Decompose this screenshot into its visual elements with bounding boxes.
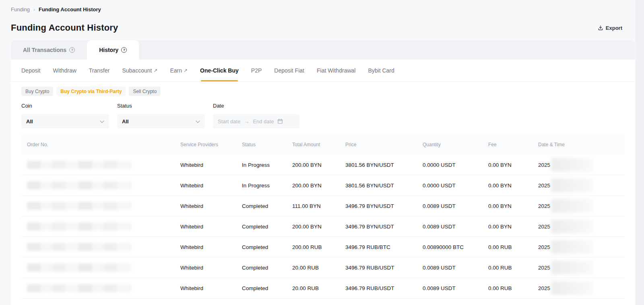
date-year: 2025: [538, 285, 550, 291]
column-header-fee: Fee: [488, 142, 538, 147]
cell-quantity: 0.00890000 BTC: [423, 244, 488, 250]
redacted-order-no: [27, 243, 131, 251]
subtab-label: Deposit Fiat: [274, 67, 304, 74]
redacted-order-no: [27, 181, 131, 189]
status-filter-label: Status: [117, 103, 205, 109]
subtab-one-click-buy[interactable]: One-Click Buy: [200, 60, 239, 81]
cell-total-amount: 200.00 BYN: [292, 183, 345, 189]
date-range-input[interactable]: Start date → End date: [213, 114, 299, 129]
cell-status: Completed: [242, 224, 292, 230]
cell-quantity: 0.0089 USDT: [423, 285, 488, 291]
date-year: 2025: [538, 203, 550, 209]
subtab-withdraw[interactable]: Withdraw: [53, 60, 76, 81]
cell-price: 3801.56 BYN/USDT: [345, 183, 423, 189]
cell-service-provider: Whitebird: [180, 224, 242, 230]
cell-fee: 0.00 RUB: [488, 244, 538, 250]
column-header-total-amount: Total Amount: [292, 142, 345, 147]
external-link-icon: ↗: [153, 68, 157, 73]
redacted-date-time: [551, 281, 594, 295]
export-button[interactable]: Export: [598, 25, 622, 31]
history-panel: DepositWithdrawTransferSubaccount↗Earn↗O…: [11, 60, 635, 305]
date-year: 2025: [538, 224, 550, 230]
cell-service-provider: Whitebird: [180, 265, 242, 271]
status-select-value: All: [122, 118, 129, 124]
table-row: WhitebirdIn Progress200.00 BYN3801.56 BY…: [21, 175, 625, 196]
cell-date-time: 2025: [538, 158, 625, 172]
tab-label: History: [99, 47, 118, 53]
buy-type-pills: Buy CryptoBuy Crypto via Third-PartySell…: [11, 82, 635, 96]
cell-total-amount: 20.00 RUB: [292, 285, 345, 291]
subtab-subaccount[interactable]: Subaccount↗: [122, 60, 157, 81]
funding-account-history-page: Funding › Funding Account History Fundin…: [0, 0, 644, 305]
arrow-right-icon: →: [244, 118, 249, 124]
redacted-order-no: [27, 161, 131, 169]
redacted-order-no: [27, 202, 131, 210]
cell-status: In Progress: [242, 183, 292, 189]
redacted-date-time: [551, 220, 594, 233]
cell-price: 3496.79 RUB/USDT: [345, 285, 423, 291]
subtab-label: P2P: [251, 67, 262, 74]
cell-date-time: 2025: [538, 220, 625, 233]
subtab-transfer[interactable]: Transfer: [89, 60, 110, 81]
subtab-earn[interactable]: Earn↗: [170, 60, 188, 81]
tab-history[interactable]: History?: [87, 40, 139, 60]
subtab-fiat-withdrawal[interactable]: Fiat Withdrawal: [317, 60, 355, 81]
coin-select[interactable]: All: [21, 114, 109, 129]
subtab-bybit-card[interactable]: Bybit Card: [368, 60, 394, 81]
cell-service-provider: Whitebird: [180, 162, 242, 168]
table-row: WhitebirdIn Progress200.00 BYN3801.56 BY…: [21, 155, 625, 175]
cell-quantity: 0.0000 USDT: [423, 162, 488, 168]
coin-filter: Coin All: [21, 103, 109, 129]
subtab-label: Bybit Card: [368, 67, 394, 74]
redacted-date-time: [551, 178, 594, 192]
coin-filter-label: Coin: [21, 103, 109, 109]
cell-total-amount: 20.00 RUB: [292, 265, 345, 271]
status-select[interactable]: All: [117, 114, 205, 129]
cell-status: Completed: [242, 244, 292, 250]
cell-status: Completed: [242, 265, 292, 271]
cell-fee: 0.00 BYN: [488, 183, 538, 189]
vertical-scrollbar-track[interactable]: [636, 0, 644, 305]
redacted-date-time: [551, 240, 594, 254]
redacted-date-time: [551, 158, 594, 172]
cell-fee: 0.00 RUB: [488, 265, 538, 271]
subtab-deposit[interactable]: Deposit: [21, 60, 40, 81]
cell-order-no: [21, 264, 180, 272]
subtab-label: Subaccount: [122, 67, 152, 74]
cell-status: Completed: [242, 285, 292, 291]
cell-total-amount: 200.00 BYN: [292, 162, 345, 168]
chevron-down-icon: [196, 118, 200, 124]
cell-order-no: [21, 181, 180, 189]
breadcrumb-funding-link[interactable]: Funding: [11, 6, 30, 12]
subtab-deposit-fiat[interactable]: Deposit Fiat: [274, 60, 304, 81]
subtab-label: Transfer: [89, 67, 110, 74]
table-row: WhitebirdCompleted200.00 RUB3496.79 RUB/…: [21, 237, 625, 257]
cell-price: 3801.56 BYN/USDT: [345, 162, 423, 168]
cell-fee: 0.00 BYN: [488, 162, 538, 168]
external-link-icon: ↗: [184, 68, 188, 73]
pill-buy-crypto[interactable]: Buy Crypto: [21, 87, 53, 96]
column-header-order-no: Order No.: [21, 142, 180, 147]
cell-order-no: [21, 243, 180, 251]
table-body: WhitebirdIn Progress200.00 BYN3801.56 BY…: [21, 155, 625, 299]
main-tabbar: All Transactions?History?: [11, 40, 635, 60]
cell-status: Completed: [242, 203, 292, 209]
subtab-label: Deposit: [21, 67, 40, 74]
cell-quantity: 0.0089 USDT: [423, 224, 488, 230]
pill-sell-crypto[interactable]: Sell Crypto: [129, 87, 161, 96]
date-year: 2025: [538, 244, 550, 250]
tab-all-transactions[interactable]: All Transactions?: [11, 40, 87, 60]
cell-price: 3496.79 BYN/USDT: [345, 203, 423, 209]
help-icon: ?: [69, 47, 75, 53]
chevron-down-icon: [100, 118, 104, 124]
cell-date-time: 2025: [538, 199, 625, 213]
redacted-order-no: [27, 222, 131, 230]
column-header-date-time: Date & Time: [538, 142, 625, 147]
cell-fee: 0.00 BYN: [488, 224, 538, 230]
cell-fee: 0.00 RUB: [488, 285, 538, 291]
column-header-status: Status: [242, 142, 292, 147]
cell-date-time: 2025: [538, 281, 625, 295]
cell-service-provider: Whitebird: [180, 244, 242, 250]
subtab-p2p[interactable]: P2P: [251, 60, 262, 81]
pill-buy-crypto-via-third-party[interactable]: Buy Crypto via Third-Party: [56, 87, 126, 96]
